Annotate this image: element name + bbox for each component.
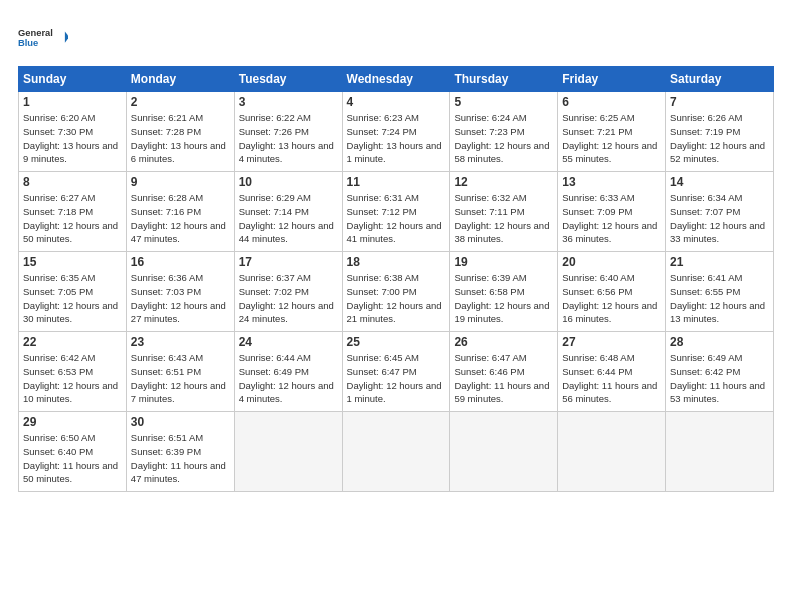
day-number: 27 <box>562 335 661 349</box>
column-header-wednesday: Wednesday <box>342 67 450 92</box>
sunrise-label: Sunrise: 6:49 AM <box>670 352 742 363</box>
sunrise-label: Sunrise: 6:29 AM <box>239 192 311 203</box>
daylight-label: Daylight: 12 hours and 33 minutes. <box>670 220 765 245</box>
sunset-label: Sunset: 6:49 PM <box>239 366 309 377</box>
day-info: Sunrise: 6:48 AM Sunset: 6:44 PM Dayligh… <box>562 351 661 406</box>
day-number: 9 <box>131 175 230 189</box>
sunrise-label: Sunrise: 6:21 AM <box>131 112 203 123</box>
calendar-header-row: SundayMondayTuesdayWednesdayThursdayFrid… <box>19 67 774 92</box>
sunset-label: Sunset: 7:21 PM <box>562 126 632 137</box>
daylight-label: Daylight: 12 hours and 44 minutes. <box>239 220 334 245</box>
sunrise-label: Sunrise: 6:26 AM <box>670 112 742 123</box>
day-info: Sunrise: 6:20 AM Sunset: 7:30 PM Dayligh… <box>23 111 122 166</box>
column-header-tuesday: Tuesday <box>234 67 342 92</box>
daylight-label: Daylight: 11 hours and 53 minutes. <box>670 380 765 405</box>
day-info: Sunrise: 6:33 AM Sunset: 7:09 PM Dayligh… <box>562 191 661 246</box>
sunset-label: Sunset: 6:40 PM <box>23 446 93 457</box>
daylight-label: Daylight: 12 hours and 38 minutes. <box>454 220 549 245</box>
daylight-label: Daylight: 11 hours and 56 minutes. <box>562 380 657 405</box>
sunset-label: Sunset: 7:19 PM <box>670 126 740 137</box>
sunrise-label: Sunrise: 6:20 AM <box>23 112 95 123</box>
day-number: 12 <box>454 175 553 189</box>
calendar-cell: 18 Sunrise: 6:38 AM Sunset: 7:00 PM Dayl… <box>342 252 450 332</box>
day-number: 15 <box>23 255 122 269</box>
day-info: Sunrise: 6:42 AM Sunset: 6:53 PM Dayligh… <box>23 351 122 406</box>
day-number: 17 <box>239 255 338 269</box>
day-number: 20 <box>562 255 661 269</box>
day-info: Sunrise: 6:47 AM Sunset: 6:46 PM Dayligh… <box>454 351 553 406</box>
day-number: 26 <box>454 335 553 349</box>
calendar-cell: 28 Sunrise: 6:49 AM Sunset: 6:42 PM Dayl… <box>666 332 774 412</box>
sunrise-label: Sunrise: 6:25 AM <box>562 112 634 123</box>
sunrise-label: Sunrise: 6:48 AM <box>562 352 634 363</box>
sunset-label: Sunset: 6:53 PM <box>23 366 93 377</box>
sunrise-label: Sunrise: 6:50 AM <box>23 432 95 443</box>
sunrise-label: Sunrise: 6:24 AM <box>454 112 526 123</box>
sunset-label: Sunset: 6:47 PM <box>347 366 417 377</box>
day-info: Sunrise: 6:45 AM Sunset: 6:47 PM Dayligh… <box>347 351 446 406</box>
sunrise-label: Sunrise: 6:40 AM <box>562 272 634 283</box>
calendar-body: 1 Sunrise: 6:20 AM Sunset: 7:30 PM Dayli… <box>19 92 774 492</box>
calendar-cell <box>342 412 450 492</box>
sunset-label: Sunset: 6:55 PM <box>670 286 740 297</box>
day-info: Sunrise: 6:51 AM Sunset: 6:39 PM Dayligh… <box>131 431 230 486</box>
sunrise-label: Sunrise: 6:27 AM <box>23 192 95 203</box>
day-number: 2 <box>131 95 230 109</box>
daylight-label: Daylight: 13 hours and 1 minute. <box>347 140 442 165</box>
calendar-cell <box>666 412 774 492</box>
sunset-label: Sunset: 7:14 PM <box>239 206 309 217</box>
calendar-cell: 6 Sunrise: 6:25 AM Sunset: 7:21 PM Dayli… <box>558 92 666 172</box>
day-number: 29 <box>23 415 122 429</box>
sunset-label: Sunset: 6:56 PM <box>562 286 632 297</box>
calendar-cell: 23 Sunrise: 6:43 AM Sunset: 6:51 PM Dayl… <box>126 332 234 412</box>
day-number: 22 <box>23 335 122 349</box>
sunrise-label: Sunrise: 6:33 AM <box>562 192 634 203</box>
day-info: Sunrise: 6:24 AM Sunset: 7:23 PM Dayligh… <box>454 111 553 166</box>
sunset-label: Sunset: 7:16 PM <box>131 206 201 217</box>
daylight-label: Daylight: 12 hours and 47 minutes. <box>131 220 226 245</box>
sunrise-label: Sunrise: 6:23 AM <box>347 112 419 123</box>
daylight-label: Daylight: 12 hours and 1 minute. <box>347 380 442 405</box>
calendar-cell: 12 Sunrise: 6:32 AM Sunset: 7:11 PM Dayl… <box>450 172 558 252</box>
day-number: 4 <box>347 95 446 109</box>
svg-text:General: General <box>18 28 53 38</box>
sunrise-label: Sunrise: 6:43 AM <box>131 352 203 363</box>
sunrise-label: Sunrise: 6:44 AM <box>239 352 311 363</box>
calendar-cell: 3 Sunrise: 6:22 AM Sunset: 7:26 PM Dayli… <box>234 92 342 172</box>
sunset-label: Sunset: 7:05 PM <box>23 286 93 297</box>
day-info: Sunrise: 6:35 AM Sunset: 7:05 PM Dayligh… <box>23 271 122 326</box>
day-info: Sunrise: 6:34 AM Sunset: 7:07 PM Dayligh… <box>670 191 769 246</box>
calendar-cell: 8 Sunrise: 6:27 AM Sunset: 7:18 PM Dayli… <box>19 172 127 252</box>
day-info: Sunrise: 6:25 AM Sunset: 7:21 PM Dayligh… <box>562 111 661 166</box>
daylight-label: Daylight: 12 hours and 4 minutes. <box>239 380 334 405</box>
day-info: Sunrise: 6:41 AM Sunset: 6:55 PM Dayligh… <box>670 271 769 326</box>
day-number: 5 <box>454 95 553 109</box>
day-info: Sunrise: 6:40 AM Sunset: 6:56 PM Dayligh… <box>562 271 661 326</box>
sunrise-label: Sunrise: 6:32 AM <box>454 192 526 203</box>
day-number: 14 <box>670 175 769 189</box>
day-info: Sunrise: 6:28 AM Sunset: 7:16 PM Dayligh… <box>131 191 230 246</box>
sunrise-label: Sunrise: 6:45 AM <box>347 352 419 363</box>
sunrise-label: Sunrise: 6:39 AM <box>454 272 526 283</box>
calendar-cell: 16 Sunrise: 6:36 AM Sunset: 7:03 PM Dayl… <box>126 252 234 332</box>
calendar-cell: 22 Sunrise: 6:42 AM Sunset: 6:53 PM Dayl… <box>19 332 127 412</box>
daylight-label: Daylight: 12 hours and 24 minutes. <box>239 300 334 325</box>
day-number: 30 <box>131 415 230 429</box>
day-number: 19 <box>454 255 553 269</box>
daylight-label: Daylight: 12 hours and 58 minutes. <box>454 140 549 165</box>
calendar-cell: 7 Sunrise: 6:26 AM Sunset: 7:19 PM Dayli… <box>666 92 774 172</box>
sunrise-label: Sunrise: 6:47 AM <box>454 352 526 363</box>
day-info: Sunrise: 6:26 AM Sunset: 7:19 PM Dayligh… <box>670 111 769 166</box>
daylight-label: Daylight: 12 hours and 16 minutes. <box>562 300 657 325</box>
calendar-cell: 10 Sunrise: 6:29 AM Sunset: 7:14 PM Dayl… <box>234 172 342 252</box>
calendar-cell: 5 Sunrise: 6:24 AM Sunset: 7:23 PM Dayli… <box>450 92 558 172</box>
sunset-label: Sunset: 6:39 PM <box>131 446 201 457</box>
day-info: Sunrise: 6:39 AM Sunset: 6:58 PM Dayligh… <box>454 271 553 326</box>
day-info: Sunrise: 6:37 AM Sunset: 7:02 PM Dayligh… <box>239 271 338 326</box>
column-header-friday: Friday <box>558 67 666 92</box>
calendar-cell: 2 Sunrise: 6:21 AM Sunset: 7:28 PM Dayli… <box>126 92 234 172</box>
sunset-label: Sunset: 6:51 PM <box>131 366 201 377</box>
sunrise-label: Sunrise: 6:37 AM <box>239 272 311 283</box>
day-number: 13 <box>562 175 661 189</box>
day-number: 6 <box>562 95 661 109</box>
